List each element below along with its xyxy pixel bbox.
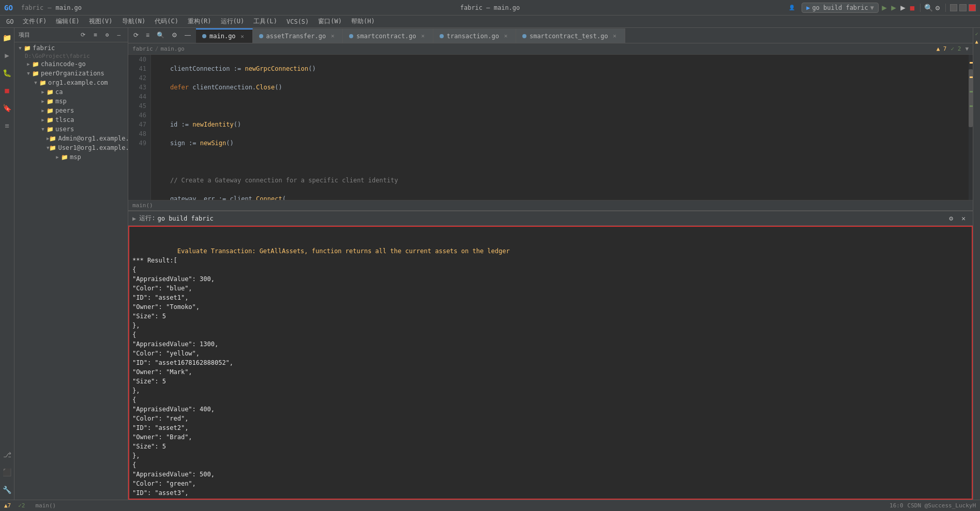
tree-item-chaincode[interactable]: ▶ 📁 chaincode-go (14, 59, 128, 69)
run-config-selector[interactable]: ▶ go build fabric ▼ (802, 3, 879, 13)
tab-close-tx[interactable]: ✕ (502, 33, 509, 40)
profile-icon[interactable]: 👤 (788, 4, 795, 11)
editor-row: 📁 ▶ 🐛 ■ 🔖 ≡ ⎇ ⬛ 🔧 项目 ⟳ (0, 28, 980, 500)
file-tree-actions: ⟳ ≡ ⚙ — (78, 30, 124, 39)
search-button[interactable]: 🔍 (925, 4, 932, 11)
line-numbers: 40 41 42 43 44 45 46 47 48 49 (128, 55, 151, 200)
search-files-btn[interactable]: 🔍 (154, 30, 168, 40)
minus-btn[interactable]: — (182, 30, 194, 40)
menu-refactor[interactable]: 重构(R) (184, 16, 216, 27)
project-icon[interactable]: 📁 (2, 32, 13, 43)
menu-window[interactable]: 窗口(W) (314, 16, 346, 27)
menu-file[interactable]: 文件(F) (19, 16, 51, 27)
run-icon-bottom: ▶ (132, 215, 136, 222)
tab-smartcontract[interactable]: smartcontract.go ✕ (343, 28, 433, 43)
menu-nav[interactable]: 导航(N) (118, 16, 150, 27)
menu-tools[interactable]: 工具(L) (249, 16, 281, 27)
breadcrumb-bar: fabric / main.go ▲ 7 ✓ 2 ▼ (128, 43, 973, 55)
vertical-scrollbar[interactable] (969, 55, 973, 200)
code-footer: main() (128, 200, 973, 210)
tree-item-msp2[interactable]: ▶ 📁 msp (14, 152, 128, 162)
tree-item-user1[interactable]: ▼ 📁 User1@org1.example.com (14, 143, 128, 152)
menu-go[interactable]: GO (2, 17, 18, 26)
bottom-toolbar-left: ▶ 运行: go build fabric (132, 214, 214, 223)
warn-marker: ▲ (974, 38, 979, 45)
tree-root[interactable]: ▼ 📁 fabric (14, 43, 128, 53)
minimize-button[interactable] (950, 4, 957, 11)
run-config-label: go build fabric (812, 4, 868, 11)
editor-toolbar: ⟳ ≡ 🔍 ⚙ — (128, 28, 196, 43)
tab-close-test[interactable]: ✕ (611, 33, 619, 40)
tab-close-smart[interactable]: ✕ (419, 33, 427, 40)
ok-marker-1 (970, 91, 973, 92)
tree-item-msp[interactable]: ▶ 📁 msp (14, 97, 128, 106)
file-tree-content: ▼ 📁 fabric D:\GoProject\fabric ▶ 📁 chain… (14, 42, 128, 163)
run-button[interactable]: ▶ (881, 4, 888, 11)
file-tree-header: 项目 ⟳ ≡ ⚙ — (14, 28, 128, 42)
plugin-icon[interactable]: 🔧 (2, 484, 13, 495)
menu-view[interactable]: 视图(V) (85, 16, 117, 27)
tab-assetTransfer[interactable]: assetTransfer.go ✕ (253, 28, 343, 43)
title-bar-controls: 👤 ▶ go build fabric ▼ ▶ ▶ ▶ ■ 🔍 ⚙ (788, 3, 976, 13)
maximize-button[interactable] (959, 4, 967, 11)
tree-item-org1[interactable]: ▼ 📁 org1.example.com (14, 78, 128, 87)
tree-path: D:\GoProject\fabric (14, 53, 128, 59)
hide-panel-icon[interactable]: — (114, 30, 124, 39)
settings-icon[interactable]: ⚙ (102, 30, 112, 39)
tab-transaction[interactable]: transaction.go ✕ (433, 28, 516, 43)
run-side-icon[interactable]: ▶ (2, 50, 13, 61)
sync-files-btn[interactable]: ⟳ (130, 30, 142, 40)
tree-item-peers[interactable]: ▶ 📁 peers (14, 106, 128, 115)
status-bar: ▲7 ✓2 main() 16:0 CSDN @Success_LuckyH (0, 500, 980, 511)
error-status: ✓2 (18, 502, 25, 509)
left-icon-bar: 📁 ▶ 🐛 ■ 🔖 ≡ ⎇ ⬛ 🔧 (0, 28, 14, 500)
menu-edit[interactable]: 编辑(E) (52, 16, 84, 27)
menu-vcs[interactable]: VCS(S) (282, 17, 313, 26)
title-bar-left: GO fabric – main.go (4, 4, 82, 12)
stop-side-icon[interactable]: ■ (2, 85, 13, 96)
debug-button[interactable]: ▶ (890, 4, 897, 11)
run-name-label: go build fabric (157, 215, 213, 222)
settings-button[interactable]: ⚙ (934, 4, 941, 11)
tree-item-peerOrg[interactable]: ▼ 📁 peerOrganizations (14, 69, 128, 78)
line-col-status: 16:0 (889, 502, 903, 509)
right-icon-bar: ✓ ▲ (973, 28, 980, 500)
bookmark-icon[interactable]: 🔖 (2, 102, 13, 114)
bottom-close[interactable]: ✕ (958, 213, 969, 223)
stop-button[interactable]: ■ (909, 4, 916, 11)
file-tree-title: 项目 (19, 31, 30, 39)
terminal-icon[interactable]: ⬛ (2, 467, 13, 478)
expand-btn[interactable]: ▼ (965, 45, 969, 52)
footer-function: main() (132, 202, 153, 209)
structure-icon[interactable]: ≡ (2, 120, 13, 131)
file-name: main.go (55, 4, 82, 11)
warning-count: ▲ 7 (937, 45, 947, 52)
tab-bar: ⟳ ≡ 🔍 ⚙ — main.go ✕ assetTransfer.go (128, 28, 973, 43)
tab-close-main[interactable]: ✕ (239, 33, 246, 40)
structure-btn[interactable]: ≡ (143, 30, 153, 40)
collapse-icon[interactable]: ≡ (91, 30, 100, 39)
tab-smartcontract-test[interactable]: smartcontract_test.go ✕ (516, 28, 625, 43)
status-right: 16:0 CSDN @Success_LuckyH (889, 502, 976, 509)
tree-item-tlsca[interactable]: ▶ 📁 tlsca (14, 115, 128, 125)
bottom-settings[interactable]: ⚙ (946, 213, 956, 223)
tree-item-users[interactable]: ▼ 📁 users (14, 125, 128, 134)
check-marker: ✓ (974, 30, 979, 38)
encoding-status: CSDN @Success_LuckyH (908, 502, 976, 509)
tab-close-asset[interactable]: ✕ (329, 33, 336, 40)
debug-side-icon[interactable]: 🐛 (2, 67, 13, 79)
menu-help[interactable]: 帮助(H) (347, 16, 379, 27)
code-content[interactable]: clientConnection := newGrpcConnection() … (151, 55, 973, 200)
config-btn[interactable]: ⚙ (169, 30, 180, 40)
tab-main-go[interactable]: main.go ✕ (196, 28, 253, 43)
menu-run[interactable]: 运行(U) (217, 16, 249, 27)
menu-code[interactable]: 代码(C) (150, 16, 183, 27)
tree-item-ca[interactable]: ▶ 📁 ca (14, 87, 128, 97)
close-button[interactable] (969, 4, 976, 11)
tree-item-admin[interactable]: ▶ 📁 Admin@org1.example.com (14, 134, 128, 143)
sync-icon[interactable]: ⟳ (78, 30, 88, 39)
coverage-button[interactable]: ▶ (899, 4, 907, 11)
git-icon[interactable]: ⎇ (2, 449, 13, 460)
terminal-content[interactable]: Evaluate Transaction: GetAllAssets, func… (128, 226, 973, 500)
terminal-highlight-border (128, 226, 973, 500)
